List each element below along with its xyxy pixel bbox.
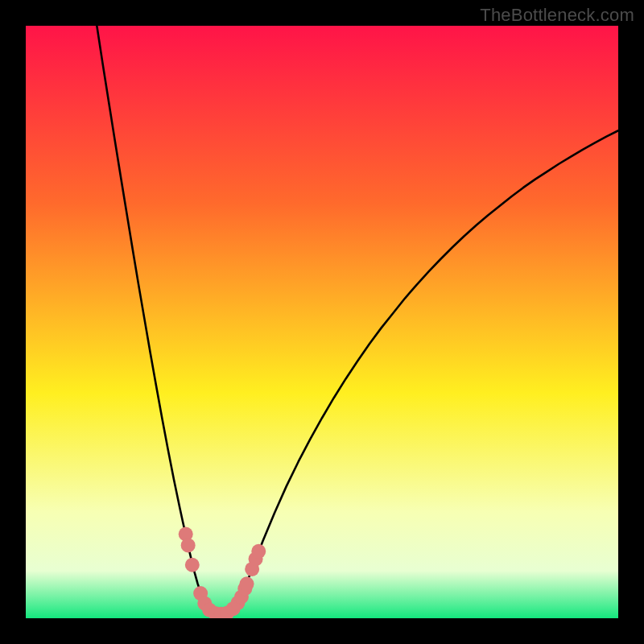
chart-svg bbox=[26, 26, 618, 618]
data-marker bbox=[181, 538, 196, 552]
data-marker bbox=[240, 576, 254, 591]
data-marker bbox=[251, 544, 266, 559]
data-marker bbox=[185, 558, 200, 572]
plot-area bbox=[26, 26, 618, 618]
gradient-background bbox=[26, 26, 618, 618]
chart-frame: TheBottleneck.com bbox=[0, 0, 644, 644]
watermark-text: TheBottleneck.com bbox=[480, 5, 634, 26]
